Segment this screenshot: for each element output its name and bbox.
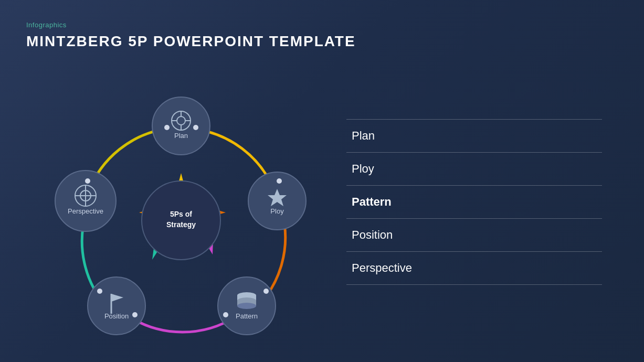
svg-point-29 [164, 125, 170, 130]
center-label-line1: 5Ps of [170, 210, 192, 218]
content-area: 5Ps of Strategy Plan Ploy [0, 66, 644, 338]
svg-point-31 [277, 178, 282, 184]
right-item-perspective: Perspective [346, 251, 602, 285]
diagram-area: 5Ps of Strategy Plan Ploy [26, 66, 331, 338]
page-header: Infographics MINTZBERG 5P POWERPOINT TEM… [0, 0, 644, 60]
svg-point-20 [237, 303, 256, 309]
category-label: Infographics [26, 21, 618, 29]
ploy-label: Ploy [270, 207, 284, 215]
perspective-label: Perspective [68, 207, 103, 215]
svg-point-36 [85, 178, 90, 184]
svg-point-30 [193, 125, 198, 130]
right-item-ploy: Ploy [346, 152, 602, 185]
pattern-label: Pattern [236, 312, 258, 320]
right-item-pattern: Pattern [346, 185, 602, 218]
svg-point-34 [132, 312, 138, 317]
plan-label: Plan [174, 132, 188, 140]
svg-point-21 [88, 277, 145, 335]
page-title: MINTZBERG 5P POWERPOINT TEMPLATE [26, 33, 618, 50]
center-label-line2: Strategy [166, 220, 196, 229]
svg-point-35 [97, 289, 102, 294]
right-item-plan: Plan [346, 119, 602, 152]
diagram-svg: 5Ps of Strategy Plan Ploy [26, 66, 331, 338]
position-label: Position [104, 312, 129, 320]
right-panel: Plan Ploy Pattern Position Perspective [331, 66, 618, 338]
right-item-position: Position [346, 218, 602, 251]
svg-point-33 [223, 312, 228, 317]
svg-point-32 [263, 289, 269, 294]
